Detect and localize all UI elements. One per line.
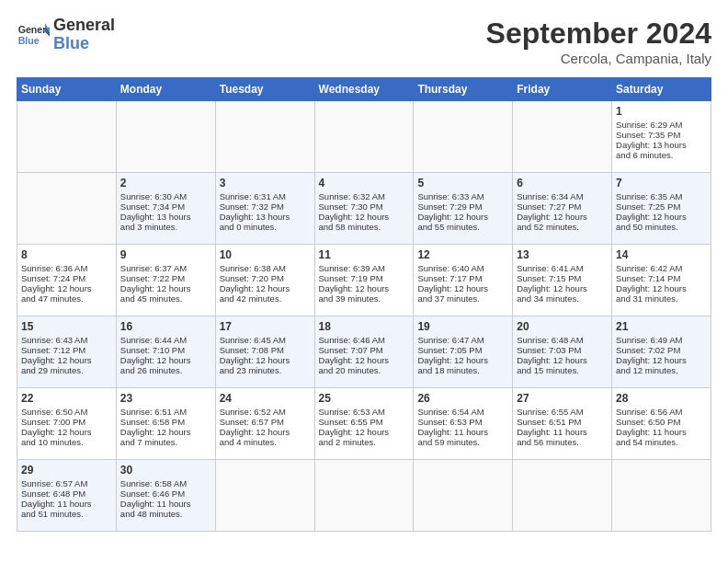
cell-line: Sunrise: 6:30 AM [120,191,211,201]
cell-line: Daylight: 12 hours [616,212,707,222]
cell-line: Sunrise: 6:36 AM [21,263,112,273]
calendar-cell: 9Sunrise: 6:37 AMSunset: 7:22 PMDaylight… [116,245,215,316]
day-number: 6 [517,177,608,190]
cell-line: and 51 minutes. [21,509,112,519]
calendar-cell [17,101,117,173]
cell-line: Daylight: 11 hours [417,427,508,437]
cell-line: Daylight: 12 hours [21,283,112,293]
cell-line: Sunset: 7:00 PM [21,417,112,427]
calendar-cell [314,101,414,173]
cell-line: and 55 minutes. [417,222,508,232]
week-row-6: 29Sunrise: 6:57 AMSunset: 6:48 PMDayligh… [17,460,711,532]
cell-line: Daylight: 12 hours [21,355,112,365]
cell-line: Sunrise: 6:33 AM [417,191,508,201]
day-number: 14 [616,248,707,261]
cell-line: and 31 minutes. [616,293,707,304]
day-number: 19 [417,320,508,333]
day-number: 23 [120,392,211,405]
cell-line: Sunrise: 6:53 AM [319,407,410,417]
cell-line: Sunset: 7:05 PM [417,345,508,355]
calendar-cell [215,460,314,532]
calendar-cell: 27Sunrise: 6:55 AMSunset: 6:51 PMDayligh… [513,388,612,460]
day-number: 21 [616,320,707,333]
logo-text: General Blue [53,17,115,53]
calendar-cell: 5Sunrise: 6:33 AMSunset: 7:29 PMDaylight… [414,173,513,245]
logo-line1: General [53,17,115,35]
calendar-cell: 30Sunrise: 6:58 AMSunset: 6:46 PMDayligh… [116,460,215,532]
cell-line: and 7 minutes. [120,437,211,447]
col-header-monday: Monday [116,78,215,101]
cell-line: Sunrise: 6:41 AM [517,263,608,273]
cell-line: Sunrise: 6:39 AM [319,263,410,273]
cell-line: Sunset: 6:57 PM [220,417,311,427]
cell-line: and 20 minutes. [319,365,410,375]
calendar-cell: 4Sunrise: 6:32 AMSunset: 7:30 PMDaylight… [314,173,414,245]
day-number: 5 [417,177,508,190]
week-row-5: 22Sunrise: 6:50 AMSunset: 7:00 PMDayligh… [17,388,711,460]
cell-line: and 15 minutes. [517,365,608,375]
cell-line: and 3 minutes. [120,222,211,232]
day-number: 1 [616,105,707,118]
cell-line: Sunset: 7:07 PM [319,345,410,355]
calendar-cell: 26Sunrise: 6:54 AMSunset: 6:53 PMDayligh… [414,388,513,460]
calendar-cell: 23Sunrise: 6:51 AMSunset: 6:58 PMDayligh… [116,388,215,460]
cell-line: Sunset: 7:03 PM [517,345,608,355]
day-number: 20 [517,320,608,333]
cell-line: Daylight: 12 hours [616,283,707,293]
month-title: September 2024 [486,17,711,51]
cell-line: and 2 minutes. [319,437,410,447]
cell-line: Sunset: 6:51 PM [517,417,608,427]
cell-line: Daylight: 12 hours [220,427,311,437]
cell-line: and 37 minutes. [417,293,508,304]
cell-line: Daylight: 12 hours [220,355,311,365]
calendar-cell: 11Sunrise: 6:39 AMSunset: 7:19 PMDayligh… [314,245,414,316]
cell-line: Sunset: 6:46 PM [120,488,211,499]
cell-line: Sunset: 7:12 PM [21,345,112,355]
calendar-body: 1Sunrise: 6:29 AMSunset: 7:35 PMDaylight… [17,101,711,532]
cell-line: Sunset: 7:15 PM [517,273,608,283]
calendar-cell: 2Sunrise: 6:30 AMSunset: 7:34 PMDaylight… [116,173,215,245]
day-number: 9 [120,248,211,261]
cell-line: Sunset: 7:34 PM [120,201,211,212]
cell-line: and 45 minutes. [120,293,211,304]
calendar-cell: 10Sunrise: 6:38 AMSunset: 7:20 PMDayligh… [215,245,314,316]
cell-line: and 23 minutes. [220,365,311,375]
cell-line: Sunset: 6:58 PM [120,417,211,427]
cell-line: Daylight: 12 hours [319,427,410,437]
calendar-cell: 18Sunrise: 6:46 AMSunset: 7:07 PMDayligh… [314,316,414,388]
page: General Blue General Blue September 2024… [0,0,728,563]
cell-line: and 50 minutes. [616,222,707,232]
cell-line: Daylight: 12 hours [517,212,608,222]
cell-line: Sunrise: 6:32 AM [319,191,410,201]
cell-line: Sunset: 7:25 PM [616,201,707,212]
cell-line: Sunset: 7:19 PM [319,273,410,283]
cell-line: and 54 minutes. [616,437,707,447]
cell-line: Sunset: 6:48 PM [21,488,112,499]
calendar-cell: 22Sunrise: 6:50 AMSunset: 7:00 PMDayligh… [17,388,117,460]
cell-line: and 48 minutes. [120,509,211,519]
cell-line: Sunrise: 6:35 AM [616,191,707,201]
day-number: 4 [319,177,410,190]
cell-line: Sunset: 6:50 PM [616,417,707,427]
week-row-2: 2Sunrise: 6:30 AMSunset: 7:34 PMDaylight… [17,173,711,245]
cell-line: Sunset: 6:53 PM [417,417,508,427]
day-number: 24 [220,392,311,405]
cell-line: Sunrise: 6:52 AM [220,407,311,417]
calendar-cell: 29Sunrise: 6:57 AMSunset: 6:48 PMDayligh… [17,460,117,532]
cell-line: Daylight: 11 hours [616,427,707,437]
header-row: SundayMondayTuesdayWednesdayThursdayFrid… [17,78,711,101]
calendar-cell: 21Sunrise: 6:49 AMSunset: 7:02 PMDayligh… [612,316,711,388]
cell-line: Daylight: 12 hours [319,355,410,365]
col-header-saturday: Saturday [612,78,711,101]
cell-line: Sunrise: 6:38 AM [220,263,311,273]
calendar-cell [414,460,513,532]
cell-line: Sunrise: 6:47 AM [417,335,508,345]
cell-line: and 52 minutes. [517,222,608,232]
cell-line: Daylight: 12 hours [616,355,707,365]
day-number: 16 [120,320,211,333]
cell-line: Daylight: 12 hours [21,427,112,437]
cell-line: Sunset: 7:32 PM [220,201,311,212]
calendar-cell [17,173,117,245]
calendar-cell: 8Sunrise: 6:36 AMSunset: 7:24 PMDaylight… [17,245,117,316]
calendar-cell: 6Sunrise: 6:34 AMSunset: 7:27 PMDaylight… [513,173,612,245]
